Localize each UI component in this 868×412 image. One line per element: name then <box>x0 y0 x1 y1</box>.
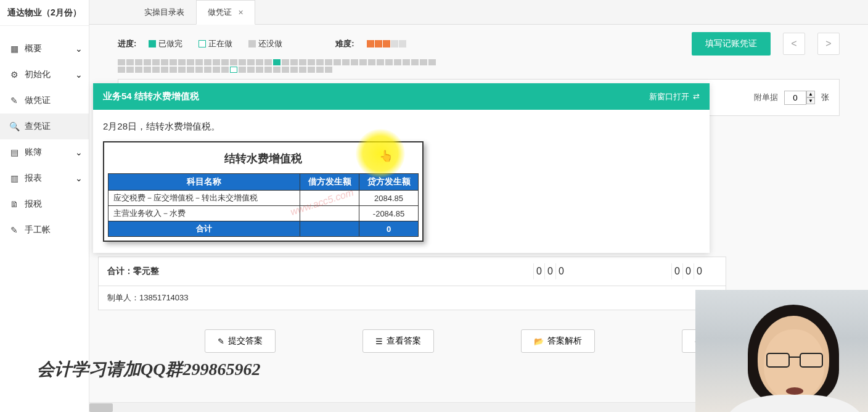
progress-cell[interactable] <box>385 59 393 65</box>
progress-cell[interactable] <box>135 59 142 65</box>
progress-cell[interactable] <box>204 59 211 65</box>
progress-cell[interactable] <box>118 59 125 65</box>
tab-label: 实操目录表 <box>144 7 184 17</box>
progress-cell[interactable] <box>308 59 315 65</box>
progress-cell[interactable] <box>195 67 203 73</box>
progress-cell[interactable] <box>290 59 298 65</box>
sidebar-item-check-voucher[interactable]: 🔍 查凭证 <box>0 113 89 139</box>
prev-button[interactable]: < <box>783 33 805 55</box>
progress-cell[interactable] <box>273 59 280 65</box>
maker-value: 13851714033 <box>139 293 189 302</box>
progress-cell[interactable] <box>377 59 384 65</box>
progress-cell[interactable] <box>299 67 306 73</box>
swap-icon: ⇄ <box>693 92 700 101</box>
progress-cell[interactable] <box>239 67 246 73</box>
progress-cell[interactable] <box>195 59 203 65</box>
progress-cell[interactable] <box>368 59 375 65</box>
progress-cell[interactable] <box>230 59 237 65</box>
progress-cell[interactable] <box>221 67 229 73</box>
table-cell: -2084.85 <box>359 206 419 221</box>
tab-label: 做凭证 <box>208 7 232 17</box>
progress-cell[interactable] <box>264 67 272 73</box>
sidebar-item-report[interactable]: ▥ 报表 ⌄ <box>0 165 89 191</box>
progress-cell[interactable] <box>308 67 315 73</box>
progress-cell[interactable] <box>126 67 134 73</box>
progress-cell[interactable] <box>299 59 306 65</box>
person-silhouette <box>729 307 859 412</box>
view-answer-button[interactable]: ☰查看答案 <box>362 329 434 353</box>
square-doing-icon <box>199 40 206 47</box>
progress-cell[interactable] <box>342 59 350 65</box>
progress-cell[interactable] <box>135 67 142 73</box>
progress-cell[interactable] <box>420 59 427 65</box>
scrollbar-thumb[interactable] <box>89 403 113 412</box>
total-row: 合计：零元整 0 0 0 0 0 0 <box>98 257 726 286</box>
progress-cell[interactable] <box>118 67 125 73</box>
progress-cell[interactable] <box>334 59 341 65</box>
progress-cell[interactable] <box>144 59 151 65</box>
progress-cell[interactable] <box>394 59 401 65</box>
progress-cell[interactable] <box>221 59 229 65</box>
credit-total-cells: 0 0 0 <box>671 263 705 279</box>
progress-cell[interactable] <box>264 59 272 65</box>
progress-cell[interactable] <box>152 67 160 73</box>
submit-answer-button[interactable]: ✎提交答案 <box>205 329 276 353</box>
progress-cell[interactable] <box>247 67 255 73</box>
progress-cell[interactable] <box>204 67 211 73</box>
next-button[interactable]: > <box>817 33 840 55</box>
stepper-up[interactable]: ▲ <box>806 91 815 97</box>
attachment-input[interactable] <box>784 91 806 105</box>
progress-cell[interactable] <box>239 59 246 65</box>
progress-cell[interactable] <box>325 59 332 65</box>
sidebar-item-voucher[interactable]: ✎ 做凭证 <box>0 88 89 113</box>
open-new-window-button[interactable]: 新窗口打开 ⇄ <box>649 91 700 102</box>
progress-cell[interactable] <box>170 67 177 73</box>
digit-cell: 0 <box>682 263 694 279</box>
legend-not: 还没做 <box>248 38 282 49</box>
sidebar-item-overview[interactable]: ▦ 概要 ⌄ <box>0 36 89 62</box>
progress-cell[interactable] <box>411 59 419 65</box>
search-icon: 🔍 <box>9 121 20 132</box>
fill-voucher-button[interactable]: 填写记账凭证 <box>692 32 771 56</box>
sidebar-item-init[interactable]: ⚙ 初始化 ⌄ <box>0 62 89 88</box>
tab-catalog[interactable]: 实操目录表 <box>133 0 196 24</box>
progress-cell[interactable] <box>256 59 263 65</box>
tabs: 实操目录表 做凭证 ✕ <box>89 0 868 25</box>
sidebar-item-manual[interactable]: ✎ 手工帐 <box>0 217 89 243</box>
progress-cell[interactable] <box>152 59 160 65</box>
progress-cell[interactable] <box>161 59 168 65</box>
edit-icon: ✎ <box>218 337 224 346</box>
progress-cell[interactable] <box>273 67 280 73</box>
progress-cell[interactable] <box>247 59 255 65</box>
progress-cell[interactable] <box>178 67 186 73</box>
progress-cell[interactable] <box>178 59 186 65</box>
close-icon[interactable]: ✕ <box>238 9 244 16</box>
progress-cell[interactable] <box>351 59 358 65</box>
progress-cell[interactable] <box>359 59 367 65</box>
progress-cell[interactable] <box>144 67 151 73</box>
progress-cell[interactable] <box>213 67 220 73</box>
progress-cell[interactable] <box>256 67 263 73</box>
sidebar: 通达物业（2月份） ▦ 概要 ⌄ ⚙ 初始化 ⌄ ✎ 做凭证 🔍 查凭证 ▤ 账… <box>0 0 89 412</box>
tab-voucher[interactable]: 做凭证 ✕ <box>196 0 255 25</box>
sidebar-item-ledger[interactable]: ▤ 账簿 ⌄ <box>0 139 89 165</box>
attachment-stepper[interactable]: ▲▼ <box>806 91 815 104</box>
progress-cell[interactable] <box>187 67 194 73</box>
progress-cell[interactable] <box>161 67 168 73</box>
progress-cell[interactable] <box>428 59 436 65</box>
progress-cell[interactable] <box>290 67 298 73</box>
progress-cell[interactable] <box>316 59 324 65</box>
progress-cell[interactable] <box>282 59 289 65</box>
progress-cell[interactable] <box>170 59 177 65</box>
progress-cell[interactable] <box>213 59 220 65</box>
progress-cell[interactable] <box>316 67 324 73</box>
progress-cell[interactable] <box>403 59 410 65</box>
sidebar-item-tax[interactable]: 🗎 报税 <box>0 191 89 217</box>
progress-cell[interactable] <box>126 59 134 65</box>
progress-cell[interactable] <box>187 59 194 65</box>
answer-analysis-button[interactable]: 📂答案解析 <box>521 329 595 353</box>
progress-cell[interactable] <box>282 67 289 73</box>
stepper-down[interactable]: ▼ <box>806 97 815 104</box>
progress-cell[interactable] <box>230 67 237 73</box>
progress-cell[interactable] <box>325 67 332 73</box>
